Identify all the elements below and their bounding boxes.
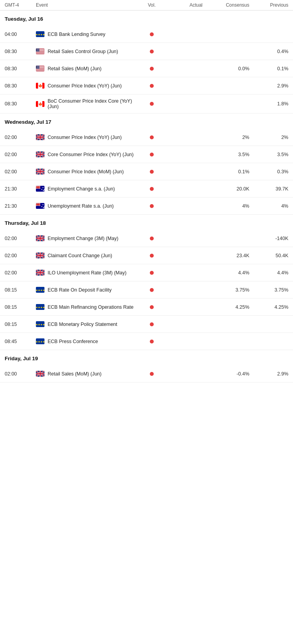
event-cell: ★★★★★★ ECB Monetary Policy Statement [36,321,140,327]
svg-text:★★★★★★: ★★★★★★ [37,67,44,68]
svg-text:★★★★★★: ★★★★★★ [36,340,44,343]
volatility-dot [150,237,154,240]
event-row: 02:00 Core Consumer Price Index (YoY) (J… [0,146,293,163]
volatility-dot [150,322,154,326]
section-date-1: Wednesday, Jul 17 [0,114,293,129]
event-previous: 2.9% [249,83,288,89]
flag-eu: ★★★★★★ [36,321,44,327]
event-time: 08:30 [5,66,36,71]
event-vol [140,340,163,343]
volatility-dot [150,340,154,343]
event-time: 04:00 [5,32,36,37]
svg-rect-8 [36,53,44,54]
volatility-dot [150,204,154,208]
event-row: 21:30 ★ ★ ★ ★★ Unemployment Rate s.a. (J… [0,197,293,215]
event-name: Consumer Price Index (YoY) (Jun) [48,135,122,140]
event-time: 08:15 [5,304,36,310]
col-vol: Vol. [140,2,163,8]
volatility-dot [150,187,154,191]
section-date-3: Friday, Jul 19 [0,350,293,365]
event-vol [140,67,163,71]
event-name: BoC Consumer Price Index Core (YoY) (Jun… [48,98,140,109]
volatility-dot [150,84,154,88]
event-previous: 1.8% [249,101,288,107]
event-previous: 4% [249,203,288,209]
col-actual: Actual [163,2,202,8]
event-time: 02:00 [5,236,36,241]
volatility-dot [150,135,154,139]
event-cell: Retail Sales (MoM) (Jun) [36,371,140,377]
event-cell: Consumer Price Index (MoM) (Jun) [36,169,140,174]
flag-ca: 🍁 [36,83,44,89]
event-vol [140,102,163,106]
svg-rect-17 [36,69,44,70]
flag-uk [36,270,44,276]
event-vol [140,288,163,292]
event-row: 02:00 Consumer Price Index (MoM) (Jun)0.… [0,163,293,180]
event-row: 08:45 ★★★★★★ ECB Press Conference [0,333,293,350]
flag-eu: ★★★★★★ [36,287,44,293]
event-row: 08:30 ★★★★★★ ★★★★★★ Retail Sales (MoM) (… [0,60,293,77]
event-cell: ★★★★★★ ECB Press Conference [36,338,140,344]
event-row: 21:30 ★ ★ ★ ★★ Employment Change s.a. (J… [0,180,293,197]
event-time: 02:00 [5,135,36,140]
event-row: 08:30 ★★★★★★ ★★★★★★ Retail Sales Control… [0,43,293,60]
event-vol [140,372,163,376]
flag-eu: ★★★★★★ [36,31,44,37]
event-time: 08:45 [5,339,36,344]
section-0: Tuesday, Jul 1604:00 ★★★★★★ ECB Bank Len… [0,11,293,114]
event-name: Consumer Price Index (YoY) (Jun) [48,83,122,89]
calendar-content: Tuesday, Jul 1604:00 ★★★★★★ ECB Bank Len… [0,11,293,382]
event-consensus: 2% [202,135,249,140]
event-row: 02:00 Claimant Count Change (Jun)23.4K50… [0,247,293,264]
event-time: 02:00 [5,270,36,276]
flag-eu: ★★★★★★ [36,304,44,310]
col-gmt: GMT-4 [5,2,36,8]
event-vol [140,322,163,326]
svg-rect-18 [36,71,44,71]
flag-us: ★★★★★★ ★★★★★★ [36,66,44,71]
section-1: Wednesday, Jul 1702:00 Consumer Price In… [0,114,293,215]
event-time: 02:00 [5,152,36,157]
event-time: 08:15 [5,322,36,327]
event-time: 02:00 [5,253,36,258]
volatility-dot [150,271,154,275]
event-name: Retail Sales (MoM) (Jun) [48,66,101,71]
svg-rect-16 [36,69,44,69]
flag-uk [36,253,44,258]
event-previous: 0.3% [249,169,288,174]
event-cell: ★★★★★★ ★★★★★★ Retail Sales (MoM) (Jun) [36,66,140,71]
svg-text:★★★★★★: ★★★★★★ [36,289,44,292]
svg-text:★★: ★★ [43,206,44,209]
event-time: 02:00 [5,169,36,174]
event-cell: Employment Change (3M) (May) [36,235,140,241]
event-name: ECB Main Refinancing Operations Rate [48,304,133,310]
event-consensus: 3.5% [202,152,249,157]
event-previous: 2.9% [249,371,288,377]
flag-ca: 🍁 [36,101,44,107]
event-vol [140,135,163,139]
flag-us: ★★★★★★ ★★★★★★ [36,48,44,54]
svg-text:🍁: 🍁 [38,84,43,88]
svg-text:★★★★★★: ★★★★★★ [36,306,44,309]
volatility-dot [150,102,154,106]
section-date-0: Tuesday, Jul 16 [0,11,293,26]
svg-rect-7 [36,52,44,53]
volatility-dot [150,50,154,53]
event-row: 08:15 ★★★★★★ ECB Monetary Policy Stateme… [0,316,293,333]
flag-uk [36,169,44,174]
volatility-dot [150,153,154,157]
event-vol [140,271,163,275]
event-time: 21:30 [5,186,36,192]
flag-uk [36,235,44,241]
svg-rect-28 [43,101,45,107]
section-2: Thursday, Jul 1802:00 Employment Change … [0,215,293,350]
event-cell: ★★★★★★ ★★★★★★ Retail Sales Control Group… [36,48,140,54]
event-time: 08:30 [5,83,36,89]
event-previous: 3.75% [249,287,288,293]
event-name: Consumer Price Index (MoM) (Jun) [48,169,124,174]
event-row: 08:30 🍁 BoC Consumer Price Index Core (Y… [0,94,293,114]
event-cell: ★★★★★★ ECB Bank Lending Survey [36,31,140,37]
event-vol [140,50,163,53]
event-name: Employment Change s.a. (Jun) [48,186,115,192]
